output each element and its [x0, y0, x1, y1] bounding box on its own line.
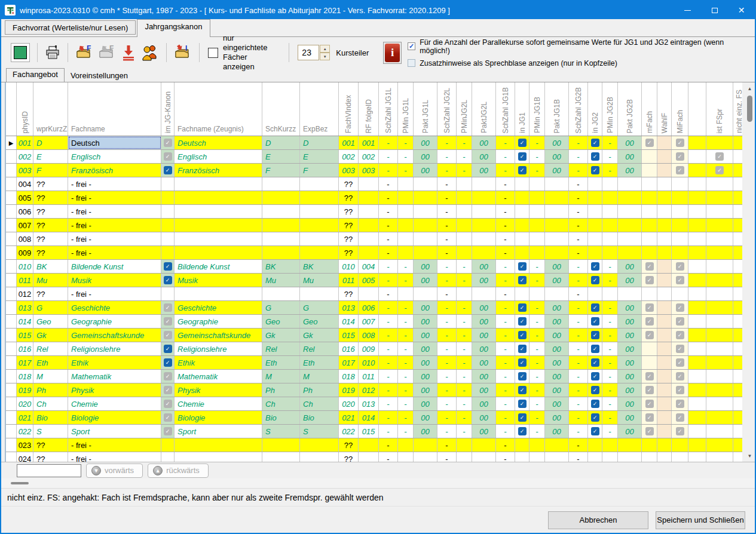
cell-fachVIndex-022[interactable]: 022	[339, 425, 359, 438]
cell-paktJG1L-020[interactable]: 00	[414, 397, 437, 410]
row-selector-cell[interactable]	[6, 301, 17, 314]
cell-pMinJG1B-019[interactable]: -	[529, 383, 545, 397]
cell-expBez-005[interactable]	[300, 191, 339, 204]
cell-pMinJG1B-006[interactable]	[529, 205, 545, 218]
cell-paktJG2B-006[interactable]	[618, 205, 642, 218]
mFach-checkbox[interactable]: ✓	[645, 413, 654, 422]
cell-physID-002[interactable]: 002	[17, 150, 33, 163]
inJG1-checkbox[interactable]: ✓	[518, 331, 527, 339]
cell-inJG1-015[interactable]: ✓	[515, 329, 529, 342]
cell-physID-010[interactable]: 010	[17, 260, 33, 273]
cell-mFach-016[interactable]	[642, 342, 657, 355]
cell-fachname-011[interactable]: Musik	[68, 274, 161, 287]
cell-schZahlJG1L-018[interactable]: -	[379, 370, 398, 383]
cell-schZahlJG2L-001[interactable]: -	[437, 136, 457, 149]
cell-physID-003[interactable]: 003	[17, 164, 33, 177]
cell-wahlF-023[interactable]	[657, 438, 672, 452]
cell-schKurzz-010[interactable]: BK	[262, 260, 300, 273]
cell-fachname-005[interactable]: - frei -	[68, 191, 161, 204]
cell-fachnameZeugnis-004[interactable]	[175, 177, 262, 191]
cell-rfFolgeID-014[interactable]: 007	[359, 315, 379, 328]
cell-paktJG1L-024[interactable]	[414, 452, 437, 462]
cell-schZahlJG2B-017[interactable]: -	[569, 356, 588, 369]
cell-nichtEinzFS-014[interactable]	[733, 315, 742, 328]
cell-pMinJG2L-012[interactable]	[457, 287, 472, 300]
cell-miFach-019[interactable]: ✓	[672, 383, 688, 397]
cell-nichtEinzFS-013[interactable]	[733, 301, 742, 314]
cell-schZahlJG2B-001[interactable]: -	[569, 136, 588, 149]
cell-paktJG1L-003[interactable]: 00	[414, 164, 437, 177]
cell-schZahlJG1L-013[interactable]: -	[379, 301, 398, 314]
cell-schKurzz-011[interactable]: Mu	[262, 274, 300, 287]
cell-pMinJG1L-003[interactable]: -	[398, 164, 414, 177]
cell-pMinJG2L-013[interactable]: -	[457, 301, 472, 314]
cell-wprKurzZ-008[interactable]: ??	[33, 232, 68, 245]
cell-pMinJG1L-002[interactable]: -	[398, 150, 414, 163]
row-selector-cell[interactable]	[6, 370, 17, 383]
cell-schZahlJG2B-016[interactable]: -	[569, 342, 588, 355]
cell-imJGKanon-007[interactable]	[161, 219, 175, 232]
cell-fachnameZeugnis-011[interactable]: Musik	[175, 274, 262, 287]
cell-schKurzz-014[interactable]: Geo	[262, 315, 300, 328]
cell-fachname-017[interactable]: Ethik	[68, 356, 161, 369]
cell-wprKurzZ-002[interactable]: E	[33, 150, 68, 163]
cell-rfFolgeID-013[interactable]: 006	[359, 301, 379, 314]
cell-mFach-008[interactable]	[642, 232, 657, 245]
cell-pMinJG2L-015[interactable]: -	[457, 329, 472, 342]
cell-paktJG1B-022[interactable]: 00	[545, 425, 569, 438]
cell-expBez-007[interactable]	[300, 219, 339, 232]
cell-paktJG1B-012[interactable]	[545, 287, 569, 300]
inJG2-checkbox[interactable]: ✓	[591, 331, 599, 339]
cell-schZahlJG2L-006[interactable]: -	[437, 205, 457, 218]
cell-schZahlJG2B-015[interactable]: -	[569, 329, 588, 342]
cell-paktJG1L-006[interactable]	[414, 205, 437, 218]
cell-miFach-021[interactable]: ✓	[672, 411, 688, 424]
cell-schZahlJG2L-023[interactable]: -	[437, 438, 457, 452]
cell-fachnameZeugnis-007[interactable]	[175, 219, 262, 232]
cell-imJGKanon-010[interactable]: ✓	[161, 260, 175, 273]
cell-schZahlJG2L-003[interactable]: -	[437, 164, 457, 177]
cell-mFach-011[interactable]: ✓	[642, 274, 657, 287]
cell-schZahlJG2L-010[interactable]: -	[437, 260, 457, 273]
cell-schZahlJG2B-018[interactable]: -	[569, 370, 588, 383]
cell-schKurzz-019[interactable]: Ph	[262, 383, 300, 397]
cell-spacer-024[interactable]	[688, 452, 706, 462]
cell-rfFolgeID-019[interactable]: 012	[359, 383, 379, 397]
cell-imJGKanon-003[interactable]: ✓	[161, 164, 175, 177]
cell-nichtEinzFS-010[interactable]	[733, 260, 742, 273]
cell-nichtEinzFS-017[interactable]	[733, 356, 742, 369]
cell-pMinJG1L-024[interactable]	[398, 452, 414, 462]
cell-pMinJG1B-017[interactable]: -	[529, 356, 545, 369]
cell-pMinJG2B-023[interactable]	[602, 438, 618, 452]
cell-inJG2-021[interactable]: ✓	[588, 411, 602, 424]
cell-wahlF-022[interactable]	[657, 425, 672, 438]
cell-physID-021[interactable]: 021	[17, 411, 33, 424]
cell-fachnameZeugnis-014[interactable]: Geographie	[175, 315, 262, 328]
cell-pMinJG1L-010[interactable]: -	[398, 260, 414, 273]
cell-mFach-002[interactable]	[642, 150, 657, 163]
cell-pMinJG1L-012[interactable]	[398, 287, 414, 300]
cell-fachnameZeugnis-021[interactable]: Biologie	[175, 411, 262, 424]
print-button[interactable]	[45, 45, 60, 60]
cell-inJG1-013[interactable]: ✓	[515, 301, 529, 314]
cell-schZahlJG2B-003[interactable]: -	[569, 164, 588, 177]
imJGKanon-checkbox[interactable]: ✓	[164, 400, 172, 408]
inJG1-checkbox[interactable]: ✓	[518, 427, 527, 435]
cell-inJG1-011[interactable]: ✓	[515, 274, 529, 287]
cell-wahlF-018[interactable]	[657, 370, 672, 383]
cell-pMinJG1B-009[interactable]	[529, 246, 545, 259]
cell-pMinJG1L-021[interactable]: -	[398, 411, 414, 424]
cell-schZahlJG1L-015[interactable]: -	[379, 329, 398, 342]
cell-schZahlJG1L-001[interactable]: -	[379, 136, 398, 149]
cell-fachname-015[interactable]: Gemeinschaftskunde	[68, 329, 161, 342]
cell-paktJG2L-010[interactable]: 00	[472, 260, 496, 273]
cell-miFach-003[interactable]: ✓	[672, 164, 688, 177]
cell-pMinJG2L-021[interactable]: -	[457, 411, 472, 424]
cell-spacer-001[interactable]	[688, 136, 706, 149]
cell-pMinJG1L-008[interactable]	[398, 232, 414, 245]
cell-pMinJG1L-011[interactable]: -	[398, 274, 414, 287]
cell-pMinJG1B-004[interactable]	[529, 177, 545, 191]
cell-fachVIndex-012[interactable]: ??	[339, 287, 359, 300]
cell-schZahlJG2B-006[interactable]: -	[569, 205, 588, 218]
cell-pMinJG2B-024[interactable]	[602, 452, 618, 462]
